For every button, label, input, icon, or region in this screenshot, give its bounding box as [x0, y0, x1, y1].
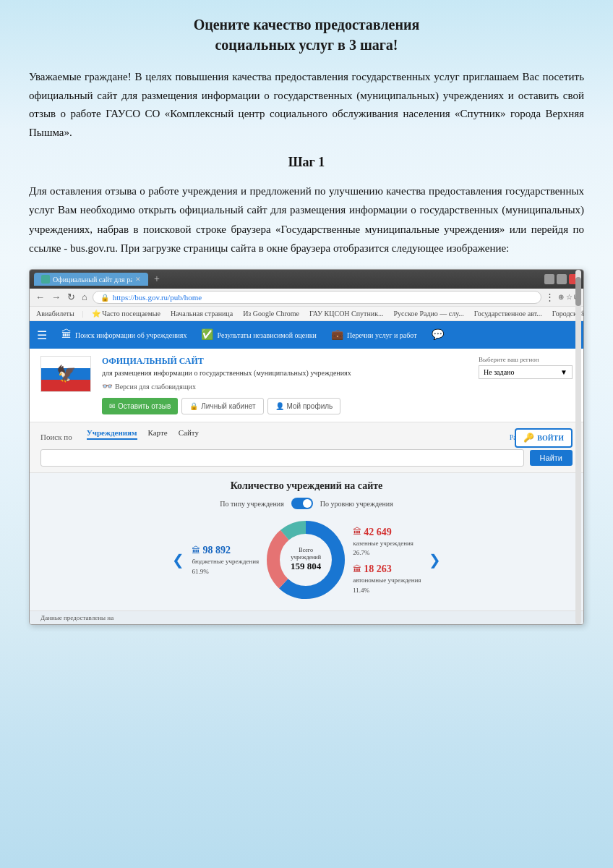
login-button[interactable]: 🔑 ВОЙТИ [515, 428, 573, 448]
stats-right-column: 🏛 42 649 казенные учреждения 26.7% 🏛 18 … [353, 527, 421, 594]
stat-kazennye-header: 🏛 42 649 [353, 527, 392, 538]
donut-total-label: Всего учреждений [284, 548, 327, 561]
search-tab-site[interactable]: Сайту [179, 428, 199, 440]
nav-item-results[interactable]: ✅ Результаты независимой оценки [194, 326, 323, 344]
region-block: Выберите ваш регион Не задано ▼ [479, 356, 573, 379]
bookmark-item-3[interactable]: Из Google Chrome [241, 309, 301, 318]
bookmark-item-2[interactable]: Начальная страница [168, 309, 235, 318]
nav-results-label: Результаты независимой оценки [217, 331, 316, 340]
stats-title: Количество учреждений на сайте [40, 480, 573, 492]
site-content-inner: 🦅 ОФИЦИАЛЬНЫЙ САЙТ для размещения информ… [40, 356, 573, 414]
search-input[interactable] [40, 449, 524, 467]
coat-of-arms: 🦅 [56, 365, 76, 383]
browser-menu-button[interactable]: ⋮ [545, 292, 554, 303]
russian-flag: 🦅 [40, 356, 91, 392]
step1-text-content: Для оставления отзыва о работе учреждени… [29, 185, 584, 254]
stat-budgetary-number: 98 892 [202, 545, 231, 556]
search-section: Поиск по Учреждениям Карте Сайту Расшире… [30, 422, 583, 472]
stat-budgetary-percent: 61.9% [192, 568, 208, 575]
bookmark-item-0[interactable]: Авиабилеты [34, 309, 77, 318]
stat-avtonomnye-label: автономные учреждения [353, 576, 421, 585]
page-title: Оцените качество предоставления социальн… [29, 14, 584, 55]
nav-item-services[interactable]: 💼 Перечни услуг и работ [324, 326, 424, 344]
page-content: Оцените качество предоставления социальн… [0, 0, 613, 647]
browser-tab[interactable]: Официальный сайт для разм... ✕ [34, 273, 148, 286]
stat-budgetary: 🏛 98 892 бюджетные учреждения 61.9% [192, 545, 259, 575]
step1-text: Для оставления отзыва о работе учреждени… [29, 182, 584, 258]
tab-close-icon[interactable]: ✕ [135, 276, 141, 283]
leave-review-button[interactable]: ✉ Оставить отзыв [102, 398, 178, 414]
address-bar-row: ← → ↻ ⌂ 🔒 https://bus.gov.ru/pub/home ⋮ … [30, 289, 583, 307]
bookmark-separator-0: | [82, 310, 84, 318]
minimize-button[interactable] [544, 274, 554, 284]
stat-avtonomnye-number: 18 263 [364, 563, 392, 575]
stat-avtonomnye-percent: 11.4% [353, 587, 369, 594]
back-button[interactable]: ← [34, 292, 46, 303]
action-buttons: ✉ Оставить отзыв 🔒 Личный кабинет 👤 Мой … [102, 398, 468, 414]
leave-review-label: Оставить отзыв [118, 402, 171, 410]
url-display: https://bus.gov.ru/pub/home [113, 293, 202, 302]
glasses-icon: 👓 [102, 381, 113, 392]
bookmark-item-1[interactable]: ⭐ Часто посещаемые [90, 309, 163, 318]
stats-section: Количество учреждений на сайте По типу у… [30, 472, 583, 610]
nav-item-search[interactable]: 🏛 Поиск информации об учреждениях [54, 326, 194, 344]
scroll-thumb[interactable] [575, 277, 581, 306]
bookmark-item-4[interactable]: ГАУ КЦСОН Спутник... [307, 309, 386, 318]
search-tabs: Учреждениям Карте Сайту [87, 428, 199, 440]
site-nav: 🏛 Поиск информации об учреждениях ✅ Резу… [54, 326, 576, 344]
building-icon-red2: 🏛 [353, 564, 361, 575]
address-bar[interactable]: 🔒 https://bus.gov.ru/pub/home [93, 291, 541, 304]
search-tab-institutions[interactable]: Учреждениям [87, 428, 137, 440]
stat-avtonomnye: 🏛 18 263 автономные учреждения 11.4% [353, 563, 421, 594]
bottom-note: Данные предоставлены на [30, 610, 583, 624]
login-label: ВОЙТИ [537, 434, 564, 442]
my-profile-label: Мой профиль [287, 402, 333, 410]
refresh-button[interactable]: ↻ [66, 292, 77, 303]
chart-prev-button[interactable]: ❮ [168, 551, 188, 569]
chart-next-button[interactable]: ❯ [425, 551, 445, 569]
vision-label: Версия для слабовидящих [115, 383, 196, 391]
maximize-button[interactable] [557, 274, 567, 284]
type-level-toggle[interactable] [291, 498, 313, 509]
search-find-button[interactable]: Найти [530, 450, 573, 466]
region-value: Не задано [484, 368, 514, 376]
site-header: ☰ 🏛 Поиск информации об учреждениях ✅ Ре… [30, 321, 583, 349]
stat-avtonomnye-header: 🏛 18 263 [353, 563, 392, 575]
chat-icon: 💬 [432, 328, 444, 341]
region-select[interactable]: Не задано ▼ [479, 365, 573, 379]
ssl-lock-icon: 🔒 [100, 294, 109, 302]
nav-services-label: Перечни услуг и работ [347, 331, 417, 340]
hamburger-menu-icon[interactable]: ☰ [37, 328, 47, 342]
search-label: Поиск по [40, 433, 72, 441]
review-icon: ✉ [109, 402, 115, 410]
donut-chart: Всего учреждений 159 804 [262, 516, 349, 603]
stats-toggle-row: По типу учреждения По уровню учреждения [40, 498, 573, 509]
step1-title: Шаг 1 [29, 155, 584, 170]
personal-cabinet-label: Личный кабинет [201, 402, 255, 410]
new-tab-button[interactable]: + [154, 273, 160, 285]
lock-cabinet-icon: 🔒 [189, 402, 198, 410]
briefcase-icon: 💼 [331, 328, 343, 341]
site-main-content: 🦅 ОФИЦИАЛЬНЫЙ САЙТ для размещения информ… [30, 349, 583, 422]
bookmark-item-6[interactable]: Государственное авт... [472, 309, 544, 318]
official-site-title: ОФИЦИАЛЬНЫЙ САЙТ [102, 356, 468, 367]
tab-favicon [41, 275, 50, 284]
intro-paragraph: Уважаемые граждане! В целях повышения ка… [29, 68, 584, 142]
home-button[interactable]: ⌂ [80, 292, 89, 303]
nav-item-chat[interactable]: 💬 [424, 326, 451, 344]
my-profile-button[interactable]: 👤 Мой профиль [267, 398, 341, 414]
search-tab-map[interactable]: Карте [148, 428, 168, 440]
nav-search-label: Поиск информации об учреждениях [75, 331, 187, 340]
search-row-top: Поиск по Учреждениям Карте Сайту Расшире… [40, 428, 573, 446]
stat-kazennye: 🏛 42 649 казенные учреждения 26.7% [353, 527, 421, 557]
vision-mode-toggle[interactable]: 👓 Версия для слабовидящих [102, 381, 468, 392]
toggle-right-label: По уровню учреждения [320, 500, 393, 508]
toggle-knob [303, 499, 312, 508]
forward-button[interactable]: → [50, 292, 62, 303]
personal-cabinet-button[interactable]: 🔒 Личный кабинет [181, 398, 263, 414]
scrollbar[interactable] [575, 270, 581, 624]
building-icon-blue: 🏛 [192, 545, 200, 556]
bookmark-item-5[interactable]: Русское Радио — слу... [392, 309, 466, 318]
bookmarks-bar: Авиабилеты | ⭐ Часто посещаемые Начальна… [30, 307, 583, 321]
tab-label: Официальный сайт для разм... [53, 276, 132, 284]
